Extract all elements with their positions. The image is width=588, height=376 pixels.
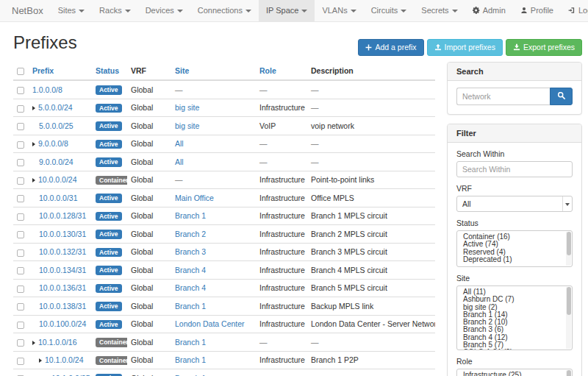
filter-option[interactable]: COLO-1-2A (2) <box>457 349 565 350</box>
prefix-link[interactable]: 5.0.0.0/24 <box>38 103 73 112</box>
header-select-checkbox[interactable] <box>17 68 24 75</box>
prefix-link[interactable]: 10.0.0.130/31 <box>39 230 86 238</box>
row-checkbox[interactable] <box>17 141 24 149</box>
prefix-link[interactable]: 10.0.0.138/31 <box>39 302 86 311</box>
row-checkbox[interactable] <box>17 87 24 94</box>
filter-option[interactable]: Branch 4 (12) <box>457 334 565 341</box>
prefix-link[interactable]: 10.0.0.0/31 <box>39 194 78 202</box>
row-checkbox[interactable] <box>17 213 24 221</box>
filter-option[interactable]: Branch 3 (6) <box>457 326 565 333</box>
scrollbar-thumb[interactable] <box>567 370 571 376</box>
row-checkbox[interactable] <box>17 159 24 166</box>
sort-link-role[interactable]: Role <box>259 66 276 75</box>
row-checkbox[interactable] <box>17 177 24 185</box>
prefix-link[interactable]: 1.0.0.0/8 <box>32 85 62 94</box>
row-checkbox[interactable] <box>17 267 24 274</box>
site-link[interactable]: All <box>175 139 184 148</box>
table-row: 10.0.0.136/31ActiveGlobalBranch 4Infrast… <box>13 279 435 297</box>
site-link[interactable]: All <box>175 157 184 166</box>
row-checkbox[interactable] <box>17 195 24 202</box>
site-link[interactable]: Branch 4 <box>175 266 206 274</box>
prefix-link[interactable]: 10.1.0.0/16 <box>38 338 77 347</box>
nav-item-connections[interactable]: Connections <box>190 0 259 21</box>
prefix-link[interactable]: 10.0.0.134/31 <box>39 266 86 274</box>
sort-link-site[interactable]: Site <box>175 66 189 75</box>
search-panel-title: Search <box>448 63 581 81</box>
vrf-select[interactable]: All <box>456 196 573 212</box>
cell-prefix: 5.0.0.0/25 <box>29 117 92 135</box>
row-checkbox[interactable] <box>17 249 24 257</box>
site-link[interactable]: big site <box>175 121 199 130</box>
import-prefixes-button[interactable]: Import prefixes <box>427 39 503 56</box>
sort-link-prefix[interactable]: Prefix <box>32 66 54 75</box>
filter-option[interactable]: All (11) <box>457 288 565 296</box>
site-link[interactable]: Branch 4 <box>175 283 206 292</box>
search-button[interactable] <box>550 88 573 105</box>
row-checkbox[interactable] <box>17 123 24 130</box>
filter-option[interactable]: Active (74) <box>457 241 565 248</box>
filter-option[interactable]: Container (16) <box>457 233 565 241</box>
filter-option[interactable]: Reserved (4) <box>457 249 565 256</box>
filter-option[interactable]: Ashburn DC (7) <box>457 296 565 303</box>
app-brand[interactable]: NetBox <box>4 0 51 21</box>
nav-item-ip-space[interactable]: IP Space <box>259 0 315 21</box>
prefix-link[interactable]: 10.0.100.0/24 <box>39 319 86 328</box>
search-within-input[interactable] <box>456 161 573 177</box>
nav-item-devices[interactable]: Devices <box>138 0 190 21</box>
cell-vrf: Global <box>127 171 171 189</box>
prefix-link[interactable]: 9.0.0.0/24 <box>39 157 74 166</box>
site-link[interactable]: Branch 1 <box>175 355 206 364</box>
nav-item-circuits[interactable]: Circuits <box>364 0 415 21</box>
site-link[interactable]: Branch 1 <box>175 211 206 220</box>
cell-vrf: Global <box>127 225 171 244</box>
scrollbar-track[interactable] <box>566 370 571 376</box>
prefix-link[interactable]: 10.1.0.0/24 <box>45 355 84 364</box>
row-checkbox[interactable] <box>17 339 24 347</box>
prefix-link[interactable]: 10.0.0.136/31 <box>39 283 86 292</box>
filter-option[interactable]: Branch 1 (14) <box>457 311 565 319</box>
filter-option[interactable]: big site (2) <box>457 304 565 311</box>
row-checkbox[interactable] <box>17 231 24 238</box>
status-listbox[interactable]: Container (16)Active (74)Reserved (4)Dep… <box>456 230 573 267</box>
scrollbar-track[interactable] <box>566 287 571 349</box>
filter-option[interactable]: Branch 2 (10) <box>457 319 565 326</box>
filter-option[interactable]: Deprecated (1) <box>457 256 565 263</box>
nav-item-profile[interactable]: Profile <box>513 0 561 21</box>
row-checkbox[interactable] <box>17 303 24 311</box>
nav-item-racks[interactable]: Racks <box>92 0 138 21</box>
site-link[interactable]: Branch 1 <box>175 338 206 347</box>
add-prefix-button[interactable]: Add a prefix <box>358 39 423 56</box>
role-listbox[interactable]: Infrastructure (25)Management (8)Private… <box>456 369 573 376</box>
site-listbox[interactable]: All (11)Ashburn DC (7)big site (2)Branch… <box>456 285 573 350</box>
filter-option[interactable]: Branch 5 (7) <box>457 341 565 349</box>
prefix-link[interactable]: 10.0.0.0/24 <box>38 175 77 184</box>
nav-item-sites[interactable]: Sites <box>51 0 92 21</box>
nav-item-vlans[interactable]: VLANs <box>315 0 363 21</box>
row-checkbox[interactable] <box>17 105 24 113</box>
row-checkbox[interactable] <box>17 358 24 365</box>
cell-status: Container <box>92 171 127 189</box>
nav-item-log-out[interactable]: Log out <box>561 0 588 21</box>
sort-link-status[interactable]: Status <box>96 66 119 75</box>
site-link[interactable]: Main Office <box>175 194 214 202</box>
table-body: 1.0.0.0/8ActiveGlobal———5.0.0.0/24Active… <box>13 80 435 376</box>
filter-option[interactable]: Infrastructure (25) <box>457 372 565 376</box>
site-link[interactable]: London Data Center <box>175 319 245 328</box>
row-checkbox[interactable] <box>17 322 24 329</box>
scrollbar-thumb[interactable] <box>567 287 571 315</box>
row-checkbox[interactable] <box>17 285 24 293</box>
site-link[interactable]: Branch 3 <box>175 247 206 256</box>
prefix-link[interactable]: 5.0.0.0/25 <box>39 121 74 130</box>
nav-item-admin[interactable]: Admin <box>465 0 513 21</box>
scrollbar-track[interactable] <box>566 232 571 266</box>
prefix-link[interactable]: 10.0.0.132/31 <box>39 247 86 256</box>
site-link[interactable]: big site <box>175 103 199 112</box>
search-input[interactable] <box>456 88 550 105</box>
prefix-link[interactable]: 9.0.0.0/8 <box>38 139 68 148</box>
scrollbar-thumb[interactable] <box>567 232 571 255</box>
site-link[interactable]: Branch 2 <box>175 230 206 238</box>
prefix-link[interactable]: 10.0.0.128/31 <box>39 211 86 220</box>
export-prefixes-button[interactable]: Export prefixes <box>506 39 582 56</box>
site-link[interactable]: Branch 1 <box>175 302 206 311</box>
nav-item-secrets[interactable]: Secrets <box>414 0 465 21</box>
